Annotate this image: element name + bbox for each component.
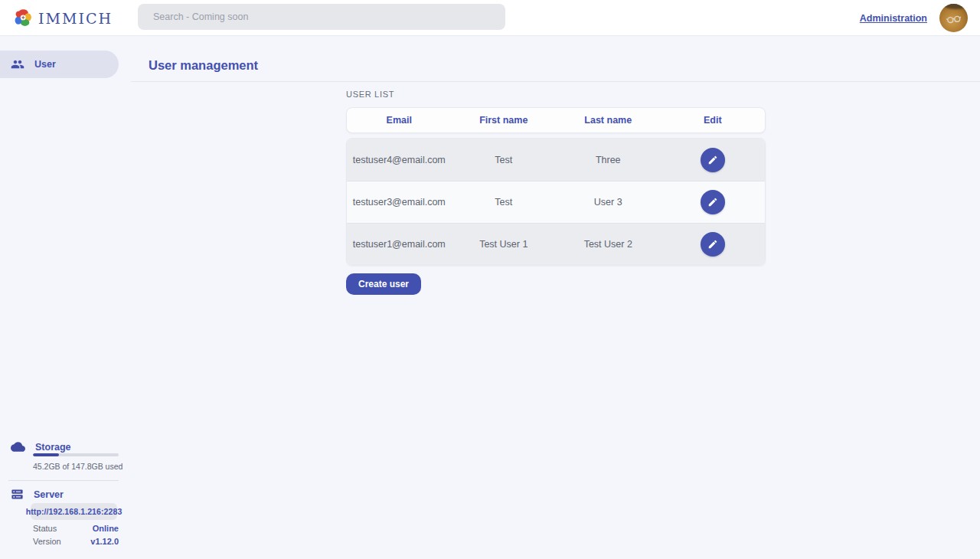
server-section-header: Server <box>11 488 64 501</box>
immich-logo[interactable]: IMMICH <box>14 0 113 36</box>
storage-progress-fill <box>33 453 59 456</box>
cell-email: testuser1@email.com <box>347 239 452 250</box>
column-header-edit: Edit <box>661 108 766 132</box>
page-title: User management <box>149 58 258 73</box>
table-row: testuser1@email.com Test User 1 Test Use… <box>347 223 765 265</box>
pencil-icon <box>707 197 718 208</box>
table-row: testuser4@email.com Test Three <box>347 139 765 181</box>
column-header-last-name: Last name <box>556 108 661 132</box>
cell-first-name: Test User 1 <box>452 239 557 250</box>
cloud-icon <box>11 440 25 454</box>
immich-flower-icon <box>14 8 33 28</box>
storage-title: Storage <box>35 442 71 453</box>
top-navigation-bar: IMMICH Administration <box>0 0 980 36</box>
server-status-row: Status Online <box>33 524 119 533</box>
cell-first-name: Test <box>452 155 557 165</box>
sidebar-item-label: User <box>34 59 56 70</box>
status-value: Online <box>93 524 119 533</box>
cell-last-name: Test User 2 <box>556 239 661 250</box>
title-divider <box>131 81 980 82</box>
sidebar-item-user[interactable]: User <box>0 51 119 78</box>
user-table-header: Email First name Last name Edit <box>346 107 766 133</box>
administration-link[interactable]: Administration <box>860 13 927 24</box>
cell-last-name: User 3 <box>556 197 661 208</box>
edit-user-button[interactable] <box>701 232 725 257</box>
edit-user-button[interactable] <box>701 148 725 172</box>
cell-email: testuser3@email.com <box>347 197 452 208</box>
user-table-body: testuser4@email.com Test Three testuser3… <box>346 138 766 266</box>
server-icon <box>11 488 24 501</box>
cell-first-name: Test <box>452 197 557 208</box>
column-header-first-name: First name <box>452 108 557 132</box>
user-list-label: USER LIST <box>346 90 394 99</box>
server-title: Server <box>34 489 64 500</box>
column-header-email: Email <box>347 108 452 132</box>
server-url-pill: http://192.168.1.216:2283 <box>31 503 117 520</box>
cell-email: testuser4@email.com <box>347 155 452 165</box>
edit-user-button[interactable] <box>701 190 725 214</box>
storage-section-header: Storage <box>11 440 71 454</box>
pencil-icon <box>707 155 718 165</box>
version-label: Version <box>33 537 61 546</box>
sidebar-divider <box>8 480 119 481</box>
cell-last-name: Three <box>556 155 661 165</box>
pencil-icon <box>707 239 718 250</box>
topbar-right-group: Administration <box>860 0 968 36</box>
storage-usage-text: 45.2GB of 147.8GB used <box>33 462 122 471</box>
storage-progress-track <box>33 453 119 456</box>
server-version-row: Version v1.12.0 <box>33 537 119 546</box>
search-input[interactable] <box>138 4 505 30</box>
status-label: Status <box>33 524 57 533</box>
logo-wordmark: IMMICH <box>38 10 113 27</box>
version-value: v1.12.0 <box>90 537 119 546</box>
users-icon <box>11 57 24 71</box>
user-avatar[interactable] <box>939 4 968 32</box>
glasses-icon <box>944 9 964 29</box>
create-user-button[interactable]: Create user <box>346 273 421 295</box>
table-row: testuser3@email.com Test User 3 <box>347 181 765 223</box>
admin-sidebar: User Storage 45.2GB of 147.8GB used Serv… <box>0 36 131 559</box>
